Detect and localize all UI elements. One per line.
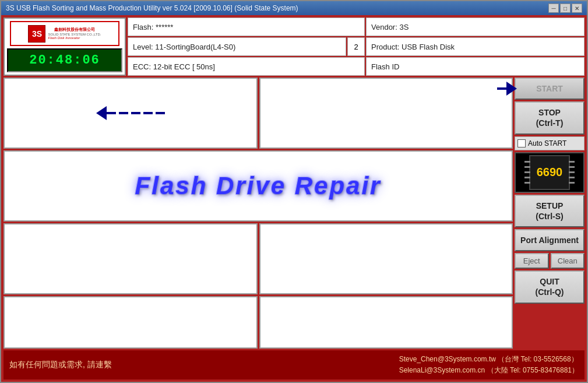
- dash-4: [143, 112, 153, 114]
- arrow-head: [96, 106, 107, 120]
- dashed-arrow-left: [96, 106, 165, 120]
- drive-cell-4: [259, 223, 513, 294]
- pin: [569, 166, 575, 168]
- start-area: START: [515, 78, 585, 100]
- stop-label-line2: (Ctrl-T): [536, 118, 564, 128]
- setup-label-line1: SETUP: [536, 201, 564, 210]
- chip-pins-right: [569, 159, 575, 186]
- quit-button[interactable]: QUIT (Ctrl-Q): [515, 270, 585, 303]
- vendor-field: Vendor: 3S: [366, 17, 585, 36]
- chip-image: 6690: [529, 155, 570, 190]
- port-alignment-button[interactable]: Port Alignment: [515, 229, 585, 251]
- product-value: USB Flash Disk: [402, 43, 455, 51]
- eject-clean-row: Eject Clean: [515, 253, 585, 269]
- start-dash: [497, 87, 506, 90]
- ecc-label: ECC:: [133, 62, 151, 71]
- start-arrow-shaft: [497, 87, 506, 90]
- contact-1: Steve_Chen@3System.com.tw （台灣 Tel: 03-55…: [399, 354, 579, 365]
- stop-label-line1: STOP: [538, 108, 561, 117]
- pin: [524, 161, 530, 163]
- company-name: 鑫創科技股份有限公司: [48, 27, 101, 32]
- work-area: Flash Drive Repair: [3, 78, 585, 349]
- dash-1: [107, 112, 116, 114]
- pin: [569, 171, 575, 173]
- start-button[interactable]: START: [515, 78, 585, 100]
- sidebar: START STOP (Ctrl-T) Auto START: [515, 78, 585, 349]
- start-arrow-area: [497, 82, 517, 96]
- logo-icon: 3S: [32, 29, 42, 38]
- title-bar: 3S USB Flash Sorting and Mass Production…: [1, 1, 587, 15]
- ecc-value: 12-bit ECC [ 50ns]: [153, 62, 215, 71]
- drive-cell-2: [259, 78, 513, 149]
- pin: [569, 182, 575, 184]
- drive-cell-3: [3, 223, 258, 294]
- setup-label-line2: (Ctrl-S): [536, 212, 563, 221]
- company-tagline: Flash Disk Innovator: [48, 36, 101, 40]
- left-arrow-container: [5, 79, 256, 147]
- product-field: Product: USB Flash Disk: [366, 37, 585, 56]
- dash-5: [156, 112, 165, 114]
- main-content: 3S 鑫創科技股份有限公司 SOLID STATE SYSTEM CO.,LTD…: [1, 15, 587, 382]
- flash-field: Flash: ******: [128, 17, 365, 36]
- product-label: Product:: [371, 43, 399, 51]
- status-chinese: 如有任何問題或需求, 請連繫: [9, 360, 112, 370]
- arrow-shaft: [107, 112, 165, 114]
- level-label: Level:: [133, 43, 153, 51]
- drive-cell-1: [3, 78, 258, 149]
- pin: [569, 177, 575, 178]
- close-button[interactable]: ✕: [572, 3, 582, 13]
- clean-button[interactable]: Clean: [551, 253, 585, 269]
- flash-value: ******: [156, 23, 173, 31]
- window-title: 3S USB Flash Sorting and Mass Production…: [6, 4, 298, 12]
- minimize-button[interactable]: ─: [548, 3, 559, 13]
- auto-start-checkbox[interactable]: [517, 139, 526, 147]
- maximize-button[interactable]: □: [560, 3, 571, 13]
- chip-number: 6690: [537, 166, 563, 179]
- info-fields: Flash: ****** Vendor: 3S Level: 11-Sorti…: [128, 17, 585, 76]
- pin: [524, 171, 530, 173]
- top-info-area: 3S 鑫創科技股份有限公司 SOLID STATE SYSTEM CO.,LTD…: [3, 17, 585, 76]
- vendor-label: Vendor:: [371, 23, 397, 31]
- ecc-field: ECC: 12-bit ECC [ 50ns]: [128, 57, 365, 76]
- quit-label-line1: QUIT: [540, 277, 559, 286]
- main-window: 3S USB Flash Sorting and Mass Production…: [0, 0, 588, 383]
- flash-id-field: Flash ID: [366, 57, 585, 76]
- auto-start-row: Auto START: [515, 136, 585, 150]
- auto-start-label: Auto START: [528, 139, 566, 147]
- drive-cell-logo: Flash Drive Repair: [3, 150, 513, 222]
- pin: [524, 166, 530, 168]
- flash-drive-logo: Flash Drive Repair: [135, 172, 382, 200]
- eject-button[interactable]: Eject: [515, 253, 549, 269]
- title-bar-buttons: ─ □ ✕: [548, 3, 582, 13]
- level-value: 11-SortingBoard(L4-S0): [155, 43, 235, 51]
- pin: [569, 161, 575, 163]
- drive-cell-5: [3, 296, 258, 349]
- pin: [524, 182, 530, 184]
- dash-2: [119, 112, 128, 114]
- logo-box: 3S 鑫創科技股份有限公司 SOLID STATE SYSTEM CO.,LTD…: [3, 17, 126, 76]
- logo-inner: 3S 鑫創科技股份有限公司 SOLID STATE SYSTEM CO.,LTD…: [10, 21, 119, 46]
- timer-display: 20:48:06: [7, 48, 122, 72]
- chip-display: 6690: [515, 152, 585, 193]
- drive-grid: Flash Drive Repair: [3, 78, 513, 349]
- dash-3: [131, 112, 140, 114]
- setup-button[interactable]: SETUP (Ctrl-S): [515, 195, 585, 227]
- level-num: 2: [347, 37, 365, 56]
- stop-button[interactable]: STOP (Ctrl-T): [515, 101, 585, 134]
- flash-label: Flash:: [133, 23, 153, 31]
- contact-2: SelenaLi@3System.com.cn （大陸 Tel: 0755-83…: [399, 365, 579, 376]
- chip-pins-left: [524, 159, 530, 186]
- company-name-en: SOLID STATE SYSTEM CO.,LTD.: [48, 33, 101, 36]
- status-bar: 如有任何問題或需求, 請連繫 Steve_Chen@3System.com.tw…: [3, 350, 585, 380]
- quit-label-line2: (Ctrl-Q): [536, 287, 564, 297]
- start-arrow-head: [506, 82, 517, 96]
- level-field: Level: 11-SortingBoard(L4-S0): [128, 37, 346, 56]
- pin: [524, 177, 530, 178]
- drive-cell-6: [259, 296, 513, 349]
- vendor-value: 3S: [399, 23, 409, 31]
- status-contact: Steve_Chen@3System.com.tw （台灣 Tel: 03-55…: [399, 354, 579, 376]
